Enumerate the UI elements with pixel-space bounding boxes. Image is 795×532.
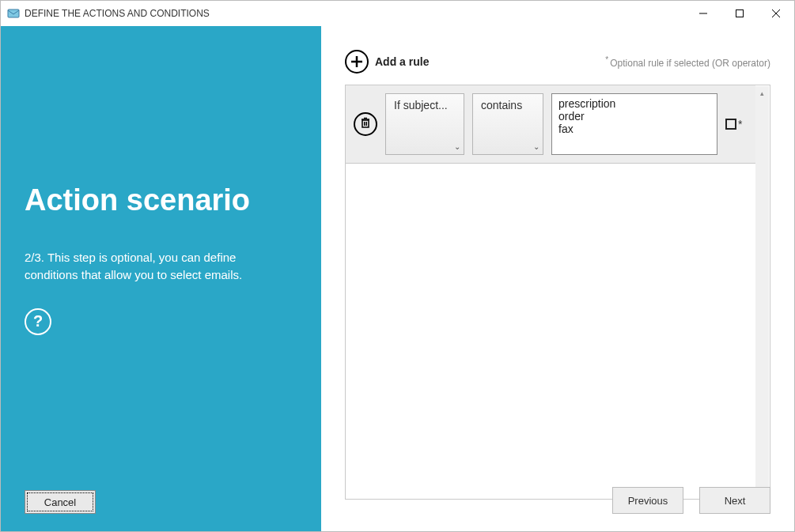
optional-hint: *Optional rule if selected (OR operator) [605, 55, 770, 69]
rule-field-value: If subject... [394, 99, 448, 111]
rule-row: If subject... ⌄ contains ⌄ prescription … [346, 85, 755, 164]
trash-icon [360, 117, 371, 131]
help-icon: ? [33, 312, 43, 330]
scroll-up-icon: ▴ [755, 86, 769, 100]
checkbox-icon [725, 119, 736, 130]
minimize-button[interactable] [685, 1, 721, 26]
app-icon [7, 7, 20, 20]
rule-operator-value: contains [481, 99, 522, 111]
maximize-button[interactable] [721, 1, 758, 26]
chevron-down-icon: ⌄ [454, 142, 460, 151]
svg-rect-0 [8, 9, 19, 17]
help-button[interactable]: ? [25, 308, 51, 335]
add-rule-label: Add a rule [375, 55, 429, 68]
cancel-button[interactable]: Cancel [25, 490, 96, 514]
rule-field-dropdown[interactable]: If subject... ⌄ [385, 93, 464, 155]
next-button[interactable]: Next [699, 487, 770, 514]
sidebar: Action scenario 2/3. This step is option… [1, 26, 321, 531]
add-rule-button[interactable]: Add a rule [345, 50, 429, 74]
page-title: Action scenario [25, 184, 297, 217]
scrollbar[interactable]: ▴ ▾ [755, 86, 769, 498]
delete-rule-button[interactable] [354, 112, 377, 136]
chevron-down-icon: ⌄ [533, 142, 539, 151]
plus-icon [345, 50, 369, 74]
previous-button[interactable]: Previous [612, 487, 683, 514]
rule-optional-checkbox[interactable]: * [725, 118, 742, 130]
app-window: DEFINE THE ACTIONS AND CONDITIONS Action… [0, 0, 795, 532]
step-description: 2/3. This step is optional, you can defi… [25, 249, 286, 285]
rule-operator-dropdown[interactable]: contains ⌄ [472, 93, 543, 155]
title-bar: DEFINE THE ACTIONS AND CONDITIONS [1, 1, 794, 26]
rules-panel: If subject... ⌄ contains ⌄ prescription … [345, 85, 770, 500]
svg-rect-2 [736, 10, 744, 17]
window-title: DEFINE THE ACTIONS AND CONDITIONS [25, 8, 210, 19]
close-button[interactable] [758, 1, 794, 26]
window-controls [685, 1, 794, 26]
rule-value-input[interactable]: prescription order fax [551, 93, 717, 155]
main-panel: Add a rule *Optional rule if selected (O… [321, 26, 794, 531]
